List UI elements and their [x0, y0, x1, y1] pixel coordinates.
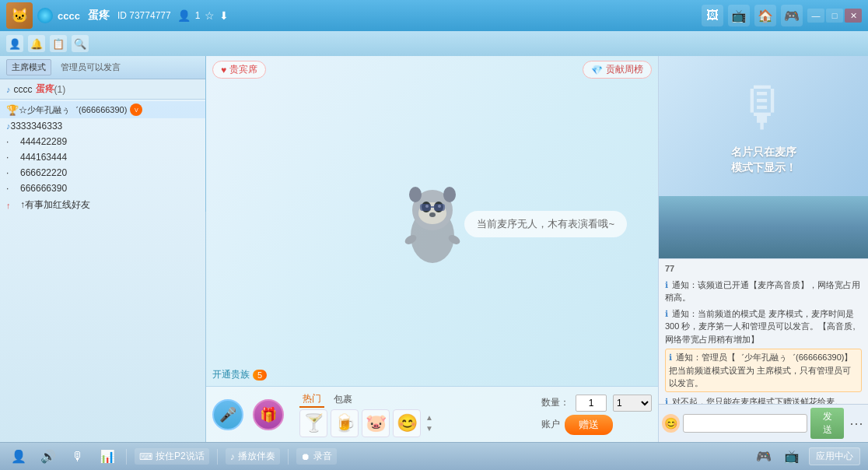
tab-hot[interactable]: 热门	[299, 391, 324, 408]
svg-point-9	[429, 212, 436, 217]
app-logo-icon	[37, 8, 53, 23]
gold-icon: 🏆	[6, 104, 19, 116]
equalizer-icon[interactable]: 📊	[96, 446, 118, 468]
home-icon[interactable]: 🏠	[754, 5, 776, 26]
open-vip-button[interactable]: 开通贵族 5	[206, 365, 658, 386]
diamond-icon: 💎	[591, 65, 603, 75]
dot-icon: ·	[6, 152, 17, 163]
play-accompany-button[interactable]: ♪ 播放伴奏	[226, 448, 280, 465]
list-item[interactable]: · 666666390	[0, 181, 205, 196]
vip-badge-num: 5	[253, 370, 267, 381]
user-count: 1	[195, 10, 201, 21]
user-name-1: ☆少年孔融ぅ゛(666666390)	[19, 104, 127, 116]
gift-send-area: 数量： 1 5 10 账户 赠送	[541, 395, 652, 435]
search-icon[interactable]: 🔍	[72, 35, 89, 52]
record-button[interactable]: ⏺ 录音	[296, 448, 337, 465]
title-bar-icons: 👤 1 ☆ ⬇	[177, 9, 229, 22]
send-gift-button[interactable]: 赠送	[565, 415, 613, 435]
chat-send-button[interactable]: 发送	[810, 408, 844, 439]
list-item[interactable]: · 666622220	[0, 165, 205, 181]
info-icon: ℹ	[665, 280, 668, 289]
bell-icon[interactable]: 🔔	[28, 35, 45, 52]
maximize-btn[interactable]: □	[826, 9, 843, 23]
qty-select[interactable]: 1 5 10	[613, 395, 652, 412]
chat-area[interactable]: 77 ℹ 通知：该频道已开通【麦序高音质】，网络宽占用稍高。 ℹ 通知：当前频道…	[659, 258, 868, 404]
avatar-bottom-icon[interactable]: 👤	[8, 446, 30, 468]
close-btn[interactable]: ✕	[845, 9, 862, 23]
chat-input[interactable]	[683, 414, 807, 433]
list-item[interactable]: ↑ ↑有事加红线好友	[0, 196, 205, 214]
game-bottom-icon[interactable]: 🎮	[753, 446, 775, 468]
mic-button[interactable]: 🎤	[212, 399, 243, 430]
download-icon[interactable]: ⬇	[219, 9, 229, 22]
svg-point-3	[443, 187, 456, 202]
avatar[interactable]: 🐱	[6, 2, 33, 29]
keyboard-icon: ⌨	[139, 451, 152, 462]
scene-area	[659, 196, 868, 258]
emoji-grid: 🍸 🍺 🐷 😊 ▲ ▼	[299, 409, 532, 437]
dot-icon: ·	[6, 136, 17, 147]
screen-bottom-icon[interactable]: 📺	[781, 446, 803, 468]
user-name-2: 3333346333	[11, 121, 63, 132]
list-item[interactable]: ♪ 3333346333	[0, 118, 205, 134]
p2p-speak-button[interactable]: ⌨ 按住P2说话	[135, 448, 209, 465]
room-name: 蛋疼	[88, 9, 110, 23]
minimize-btn[interactable]: —	[807, 9, 824, 23]
screen-icon[interactable]: 📺	[728, 5, 750, 26]
emoji-item-4[interactable]: 😊	[393, 409, 421, 437]
tab-bag[interactable]: 包裹	[331, 392, 355, 407]
music-play-icon: ♪	[230, 451, 235, 462]
separator-3	[288, 449, 289, 465]
stage-empty-text: 当前麦序无人，木有表演看哦~	[464, 211, 627, 237]
emoji-item-2[interactable]: 🍺	[331, 409, 359, 437]
chat-msg-3-highlight: ℹ 通知：管理员【゛少年孔融ぅ゛(666666390)】把当前频道模式设置为 主…	[665, 349, 862, 392]
sidebar: 主席模式 管理员可以发言 ♪ cccc 蛋疼 (1) 🏆 ☆少年孔融ぅ゛(666…	[0, 56, 206, 442]
star-icon[interactable]: ☆	[205, 9, 215, 22]
sidebar-list: 🏆 ☆少年孔融ぅ゛(666666390) V ♪ 3333346333 · 44…	[0, 100, 205, 442]
user-name-6: 666666390	[20, 183, 67, 194]
toolbar: 👤 🔔 📋 🔍	[0, 31, 868, 56]
emoji-controls: 🎤 🎁 热门 包裹 🍸 🍺 🐷 😊 ▲ ▼	[212, 391, 652, 437]
emoji-scroll-nav: ▲ ▼	[425, 413, 433, 433]
scroll-down-icon[interactable]: ▼	[425, 424, 433, 433]
list-item[interactable]: · 444163444	[0, 149, 205, 165]
quantity-row: 数量： 1 5 10	[541, 395, 652, 412]
stage-area: 当前麦序无人，木有表演看哦~	[206, 83, 658, 365]
appstore-button[interactable]: 应用中心	[809, 447, 860, 465]
record-circle-icon: ⏺	[301, 451, 310, 462]
large-mic-icon: 🎙	[737, 76, 791, 139]
chat-msg-2: ℹ 通知：当前频道的模式是 麦序模式，麦序时间是 300 秒，麦序第一人和管理员…	[665, 307, 862, 346]
title-bar-right: 🖼 📺 🏠 🎮 — □ ✕	[702, 5, 862, 26]
game-icon[interactable]: 🎮	[781, 5, 803, 26]
list-item[interactable]: · 444422289	[0, 134, 205, 149]
svg-point-2	[409, 187, 422, 202]
separator-1	[126, 449, 127, 465]
emoji-item-3[interactable]: 🐷	[362, 409, 390, 437]
vip-badge: V	[130, 103, 142, 116]
gift-button[interactable]: 🎁	[253, 399, 284, 430]
mode-button[interactable]: 主席模式	[6, 59, 51, 75]
more-options-button[interactable]: ⋯	[847, 414, 865, 433]
mic-bottom-icon[interactable]: 🎙	[67, 446, 89, 468]
gift-selector: 热门 包裹 🍸 🍺 🐷 😊 ▲ ▼	[293, 391, 532, 437]
emoji-item-1[interactable]: 🍸	[299, 409, 327, 437]
list-icon[interactable]: 📋	[50, 35, 67, 52]
qty-label: 数量：	[541, 396, 569, 409]
chat-emoji-button[interactable]: 😊	[662, 414, 680, 433]
profile-icon[interactable]: 👤	[6, 35, 23, 52]
namecard-area: 🎙 名片只在麦序 模式下显示！	[659, 56, 868, 196]
info-icon: ℹ	[665, 309, 668, 318]
chat-msg-4: ℹ 对不起，您只能在麦序模式下赠送鲜花给麦。	[665, 395, 862, 405]
list-item[interactable]: 🏆 ☆少年孔融ぅ゛(666666390) V	[0, 101, 205, 118]
info-icon: ℹ	[665, 397, 668, 405]
user-name-7: ↑有事加红线好友	[20, 198, 90, 212]
speaker-icon[interactable]: 🔊	[37, 446, 59, 468]
contrib-board-button[interactable]: 💎 贡献周榜	[583, 61, 652, 79]
center-top: ♥ 贵宾席 💎 贡献周榜	[206, 56, 658, 83]
photo-icon[interactable]: 🖼	[702, 5, 723, 26]
qty-input[interactable]	[576, 395, 607, 412]
user-name-5: 666622220	[20, 167, 67, 178]
scroll-up-icon[interactable]: ▲	[425, 413, 433, 423]
vip-seat-button[interactable]: ♥ 贵宾席	[212, 61, 266, 79]
bottom-bar: 👤 🔊 🎙 📊 ⌨ 按住P2说话 ♪ 播放伴奏 ⏺ 录音 🎮 📺 应用中心	[0, 442, 868, 470]
